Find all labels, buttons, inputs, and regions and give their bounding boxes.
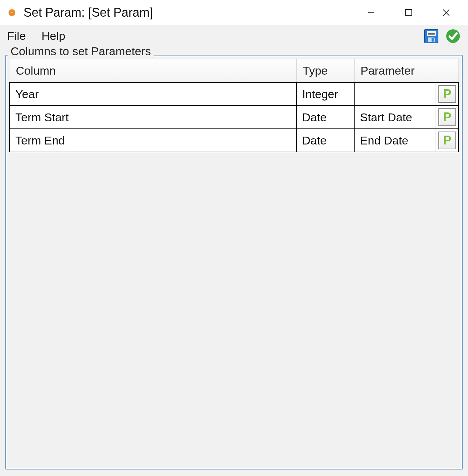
cell-p: P [436, 82, 458, 106]
header-p [436, 59, 458, 83]
minimize-button[interactable] [353, 2, 390, 23]
groupbox-legend: Columns to set Parameters [8, 45, 154, 58]
cell-parameter[interactable]: Start Date [354, 106, 436, 129]
content-area: Columns to set Parameters Column Type Pa… [0, 47, 468, 476]
cell-type[interactable]: Date [296, 106, 354, 129]
maximize-icon [405, 9, 412, 16]
groupbox: Column Type Parameter Year Integer P [5, 55, 463, 470]
svg-rect-1 [406, 10, 412, 16]
cell-parameter[interactable] [354, 82, 436, 106]
param-button[interactable]: P [438, 108, 456, 126]
menu-file[interactable]: File [7, 29, 26, 43]
cell-type[interactable]: Integer [296, 82, 354, 106]
cell-p: P [436, 129, 458, 152]
table-row[interactable]: Year Integer P [10, 82, 458, 106]
param-button[interactable]: P [438, 85, 456, 103]
menubar: File Help [0, 25, 468, 47]
cell-column[interactable]: Term Start [10, 106, 296, 129]
table-row[interactable]: Term End Date End Date P [10, 129, 458, 152]
maximize-button[interactable] [390, 2, 427, 23]
header-type[interactable]: Type [296, 59, 354, 83]
window-controls [353, 2, 465, 23]
cell-type[interactable]: Date [296, 129, 354, 152]
svg-rect-10 [432, 38, 434, 42]
header-column[interactable]: Column [10, 59, 296, 83]
window: • Set Param: [Set Param] File Help [0, 0, 468, 476]
close-icon [442, 9, 450, 17]
svg-point-11 [446, 29, 460, 43]
table-header-row: Column Type Parameter [10, 59, 458, 83]
check-icon [446, 29, 461, 44]
window-title: Set Param: [Set Param] [24, 5, 353, 20]
menu-help[interactable]: Help [42, 29, 65, 43]
save-icon [424, 29, 439, 44]
header-parameter[interactable]: Parameter [354, 59, 436, 83]
close-button[interactable] [427, 2, 465, 23]
param-button[interactable]: P [438, 132, 456, 149]
cell-parameter[interactable]: End Date [354, 129, 436, 152]
confirm-button[interactable] [445, 28, 461, 44]
parameters-table: Column Type Parameter Year Integer P [9, 59, 459, 152]
cell-column[interactable]: Year [10, 82, 296, 106]
app-icon: • [9, 9, 15, 16]
save-button[interactable] [423, 28, 439, 44]
minimize-icon [367, 9, 375, 17]
cell-column[interactable]: Term End [10, 129, 296, 152]
titlebar: • Set Param: [Set Param] [0, 0, 468, 25]
table-row[interactable]: Term Start Date Start Date P [10, 106, 458, 129]
cell-p: P [436, 106, 458, 129]
